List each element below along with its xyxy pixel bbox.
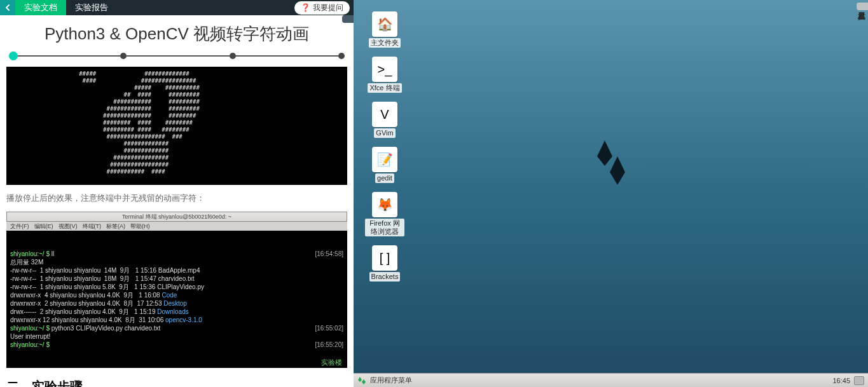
terminal-line: drwxrwxr-x 12 shiyanlou shiyanlou 4.0K 8…	[10, 316, 343, 324]
terminal-line: -rw-rw-r-- 1 shiyanlou shiyanlou 14M 9月 …	[10, 266, 343, 275]
home-icon: 🏠	[372, 11, 397, 37]
brackets-icon: [ ]	[372, 245, 397, 271]
progress-step-1[interactable]	[9, 51, 18, 60]
desktop-icon-label: Xfce 终端	[368, 83, 401, 93]
terminal-line: shiyanlou:~/ $ python3 CLIPlayVideo.py c…	[10, 324, 343, 332]
terminal-line: drwxrwxr-x 4 shiyanlou shiyanlou 4.0K 9月…	[10, 291, 343, 299]
chevron-left-icon	[3, 3, 13, 13]
desktop-icon-gedit[interactable]: 📝gedit	[365, 147, 404, 183]
document-content[interactable]: Python3 & OpenCV 视频转字符动画 ##### #########…	[0, 15, 354, 387]
terminal-menubar: 文件(F)编辑(E)视图(V)终端(T)标签(A)帮助(H)	[6, 222, 347, 231]
terminal-line: drwxrwxr-x 2 shiyanlou shiyanlou 4.0K 8月…	[10, 299, 343, 308]
desktop-icon-label: 主文件夹	[369, 38, 401, 48]
progress-step-4[interactable]	[338, 53, 345, 59]
hide-desktop-tab[interactable]: 隐藏桌面	[342, 15, 354, 23]
ask-question-button[interactable]: ❓ 我要提问	[294, 1, 350, 15]
progress-step-3[interactable]	[230, 53, 236, 59]
question-icon: ❓	[301, 3, 310, 12]
desktop-icon-firefox[interactable]: 🦊Firefox 网络浏览器	[365, 192, 404, 236]
watermark: 实验楼	[321, 358, 342, 367]
tray-icon[interactable]	[854, 376, 864, 385]
document-title: Python3 & OpenCV 视频转字符动画	[6, 23, 347, 45]
taskbar: 应用程序菜单 16:45	[354, 373, 868, 387]
terminal-menu-item: 视图(V)	[59, 222, 78, 231]
desktop-icon-column: 🏠主文件夹>_Xfce 终端VGVim📝gedit🦊Firefox 网络浏览器[…	[365, 11, 404, 282]
caption-text: 播放停止后的效果，注意终端中并无残留的动画字符：	[6, 193, 347, 204]
terminal-icon: >_	[372, 57, 397, 82]
terminal-line: -rw-rw-r-- 1 shiyanlou shiyanlou 5.8K 9月…	[10, 283, 343, 291]
desktop-icon-home[interactable]: 🏠主文件夹	[365, 11, 404, 48]
terminal-line: -rw-rw-r-- 1 shiyanlou shiyanlou 18M 9月 …	[10, 275, 343, 283]
terminal-titlebar: Terminal 终端 shiyanlou@5b0021f60e0d: ~	[6, 212, 347, 222]
show-toolbar-tab[interactable]: 显示工具栏	[857, 3, 868, 10]
progress-step-2[interactable]	[120, 53, 127, 59]
applications-menu[interactable]: 应用程序菜单	[370, 376, 412, 385]
terminal-line: drwx------ 2 shiyanlou shiyanlou 4.0K 9月…	[10, 308, 343, 316]
progress-bar	[9, 51, 345, 60]
desktop-icon-label: Brackets	[369, 272, 401, 282]
terminal-menu-item: 编辑(E)	[34, 222, 53, 231]
taskbar-clock: 16:45	[832, 377, 850, 384]
tab-experiment-report[interactable]: 实验报告	[66, 0, 117, 15]
desktop-icon-brackets[interactable]: [ ]Brackets	[365, 245, 404, 282]
terminal-menu-item: 文件(F)	[10, 222, 29, 231]
terminal-screenshot: Terminal 终端 shiyanlou@5b0021f60e0d: ~ 文件…	[6, 212, 347, 368]
terminal-menu-item: 帮助(H)	[130, 222, 150, 231]
terminal-line: 总用量 32M	[10, 258, 343, 266]
topbar: 实验文档 实验报告 ❓ 我要提问	[0, 0, 354, 15]
gvim-icon: V	[372, 102, 397, 127]
terminal-menu-item: 终端(T)	[83, 222, 102, 231]
terminal-line: shiyanlou:~/ $ ll[16:54:58]	[10, 250, 343, 258]
section-heading-steps: 二、实验步骤	[6, 378, 347, 387]
desktop-icon-terminal[interactable]: >_Xfce 终端	[365, 57, 404, 93]
tab-experiment-doc[interactable]: 实验文档	[15, 0, 66, 15]
start-menu-icon[interactable]	[357, 376, 366, 385]
terminal-line: User interrupt!	[10, 332, 343, 341]
terminal-title: Terminal 终端 shiyanlou@5b0021f60e0d: ~	[10, 213, 344, 221]
desktop-icon-label: Firefox 网络浏览器	[365, 219, 404, 236]
desktop-area[interactable]: 🏠主文件夹>_Xfce 终端VGVim📝gedit🦊Firefox 网络浏览器[…	[354, 0, 868, 373]
left-document-pane: 实验文档 实验报告 ❓ 我要提问 隐藏桌面 Python3 & OpenCV 视…	[0, 0, 354, 387]
desktop-pane: 🏠主文件夹>_Xfce 终端VGVim📝gedit🦊Firefox 网络浏览器[…	[354, 0, 868, 387]
back-button[interactable]	[0, 0, 15, 15]
firefox-icon: 🦊	[372, 192, 397, 217]
terminal-body: shiyanlou:~/ $ ll[16:54:58]总用量 32M-rw-rw…	[6, 231, 347, 368]
char-animation-screenshot: ##### ############# #### ###############…	[6, 67, 347, 185]
terminal-menu-item: 标签(A)	[106, 222, 125, 231]
terminal-line: shiyanlou:~/ $ [16:55:20]	[10, 341, 343, 349]
desktop-icon-label: GVim	[374, 128, 395, 138]
wallpaper-logo	[586, 134, 637, 194]
desktop-icon-label: gedit	[375, 173, 394, 183]
gedit-icon: 📝	[372, 147, 397, 172]
desktop-icon-gvim[interactable]: VGVim	[365, 102, 404, 138]
